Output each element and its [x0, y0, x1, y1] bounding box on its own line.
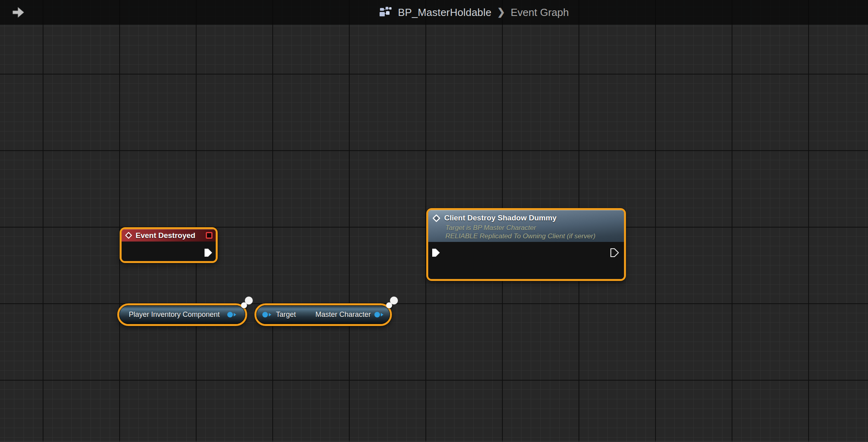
variable-label: Player Inventory Component [129, 310, 220, 319]
exec-output-pin-unconnected[interactable] [610, 248, 619, 259]
bubbles-icon [384, 295, 401, 311]
target-input-pin[interactable] [261, 311, 273, 320]
function-node-header: Client Destroy Shadow Dummy Target is BP… [428, 210, 624, 242]
variable-output-pin[interactable] [373, 311, 385, 320]
function-node-body: Target [428, 242, 624, 279]
event-diamond-icon [125, 232, 132, 239]
function-diamond-icon [432, 214, 441, 222]
variable-output-label: Master Character [315, 310, 371, 319]
delegate-pin[interactable] [206, 232, 213, 239]
node-player-inventory-component[interactable]: Player Inventory Component [117, 303, 247, 326]
exec-input-pin[interactable] [431, 248, 441, 259]
event-node-body [122, 242, 216, 261]
navigate-forward-icon[interactable] [10, 4, 26, 20]
event-node-header: Event Destroyed [122, 229, 216, 242]
function-node-subtitle-1: Target is BP Master Character [445, 224, 619, 232]
function-node-title: Client Destroy Shadow Dummy [444, 214, 557, 222]
node-master-character-getter[interactable]: Target Master Character [254, 303, 392, 326]
variable-output-pin[interactable] [226, 311, 238, 320]
blueprint-graph-icon [380, 6, 392, 18]
breadcrumb: BP_MasterHoldable ❯ Event Graph [380, 0, 569, 25]
node-event-destroyed[interactable]: Event Destroyed [120, 227, 218, 263]
bubbles-icon [238, 295, 256, 311]
exec-output-pin[interactable] [203, 248, 213, 259]
node-client-destroy-shadow-dummy[interactable]: Client Destroy Shadow Dummy Target is BP… [426, 208, 626, 281]
breadcrumb-graph-name[interactable]: Event Graph [511, 6, 569, 19]
breadcrumb-blueprint-name[interactable]: BP_MasterHoldable [398, 6, 492, 19]
function-node-subtitle-2: RELIABLE Replicated To Owning Client (if… [445, 232, 619, 240]
event-node-title: Event Destroyed [136, 231, 195, 240]
breadcrumb-chevron-icon: ❯ [497, 6, 505, 18]
target-pin-label: Target [276, 310, 296, 319]
